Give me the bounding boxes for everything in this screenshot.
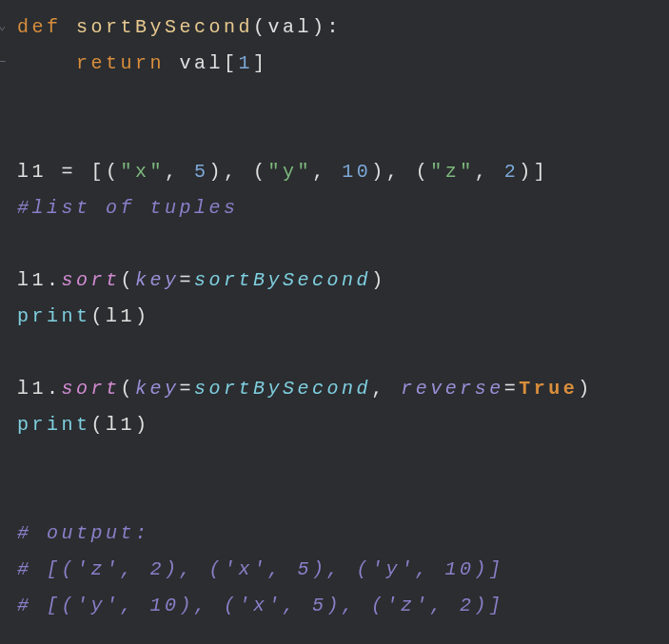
paren: ( [253,16,268,38]
boolean-literal: True [519,378,578,400]
blank-line [17,82,652,118]
identifier: val [180,52,225,74]
paren: ): [312,16,342,38]
code-line: # output: [17,516,652,552]
blank-line [17,226,652,263]
code-line: l1.sort(key=sortBySecond, reverse=True) [17,371,652,407]
keyword-argument: reverse [401,378,504,400]
code-line: print(l1) [17,299,652,335]
code-line: # [('y', 10), ('x', 5), ('z', 2)] [17,588,652,624]
fold-marker-icon[interactable]: ⌄ [0,13,6,39]
function-reference: sortBySecond [194,378,371,400]
string: "z" [430,161,475,183]
number: 2 [504,161,520,183]
builtin-function: print [17,414,91,436]
function-name: sortBySecond [76,16,253,38]
blank-line [17,335,652,371]
code-line: l1 = [("x", 5), ("y", 10), ("z", 2)] [17,154,652,190]
parameter: val [268,16,313,38]
number: 1 [239,52,254,74]
code-line: return val[1] [17,46,652,82]
keyword-def: def [17,16,62,38]
bracket: ] [253,52,268,74]
identifier: l1 [17,269,47,291]
comment: # output: [17,522,150,544]
blank-line [17,479,652,516]
bracket: [ [224,52,239,74]
builtin-function: print [17,305,91,327]
code-line: def sortBySecond(val): [17,10,652,46]
identifier: l1 [17,161,47,183]
function-reference: sortBySecond [194,269,371,291]
method-name: sort [62,378,121,400]
identifier: l1 [106,414,135,436]
comment: # [('y', 10), ('x', 5), ('z', 2)] [17,595,504,616]
keyword-argument: key [135,378,180,400]
comment: #list of tuples [17,197,239,219]
code-line: l1.sort(key=sortBySecond) [17,263,652,299]
identifier: l1 [106,305,135,327]
fold-end-icon: ⌐ [0,49,6,75]
code-line: # [('z', 2), ('x', 5), ('y', 10)] [17,552,652,588]
comment: # [('z', 2), ('x', 5), ('y', 10)] [17,558,504,580]
string: "y" [268,161,313,183]
code-line: print(l1) [17,407,652,443]
identifier: l1 [17,378,47,400]
method-name: sort [62,269,121,291]
number: 10 [342,161,371,183]
number: 5 [194,161,209,183]
string: "x" [121,161,166,183]
keyword-return: return [76,52,165,74]
blank-line [17,118,652,154]
code-editor[interactable]: def sortBySecond(val): return val[1] l1 … [17,10,652,624]
code-line: #list of tuples [17,190,652,226]
blank-line [17,443,652,479]
keyword-argument: key [135,269,180,291]
